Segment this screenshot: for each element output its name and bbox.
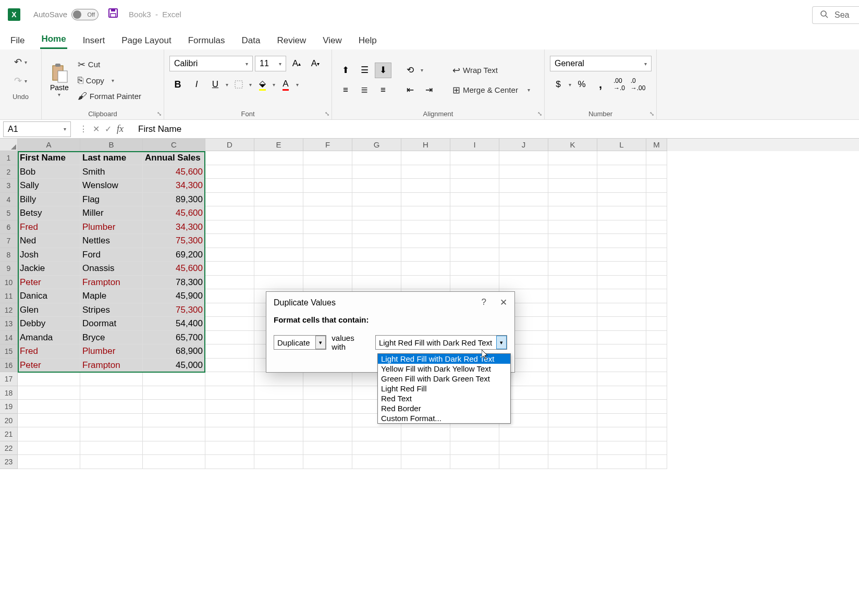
row-header[interactable]: 6 xyxy=(0,220,18,235)
cell[interactable] xyxy=(401,441,450,455)
copy-button[interactable]: ⎘Copy ▾ xyxy=(75,73,144,88)
cell[interactable] xyxy=(646,372,667,386)
cell[interactable] xyxy=(254,427,303,441)
cell[interactable]: Onassis xyxy=(80,262,143,276)
cell[interactable] xyxy=(303,220,352,235)
row-header[interactable]: 19 xyxy=(0,400,18,414)
cell[interactable] xyxy=(205,165,254,179)
name-box[interactable]: A1▾ xyxy=(3,121,71,137)
formula-more-icon[interactable]: ⋮ xyxy=(79,124,88,134)
save-icon[interactable] xyxy=(108,8,118,21)
orientation-icon[interactable]: ⟲ xyxy=(402,63,419,78)
cell[interactable] xyxy=(450,165,499,179)
font-size-select[interactable]: 11▾ xyxy=(255,56,286,71)
cell[interactable] xyxy=(548,234,597,248)
cell[interactable]: Annual Sales xyxy=(143,151,205,165)
cell[interactable] xyxy=(18,427,80,441)
cell[interactable] xyxy=(548,193,597,207)
cell[interactable] xyxy=(548,179,597,193)
cell[interactable] xyxy=(303,427,352,441)
column-header-B[interactable]: B xyxy=(80,139,143,151)
column-header-A[interactable]: A xyxy=(18,139,80,151)
column-header-K[interactable]: K xyxy=(548,139,597,151)
tab-home[interactable]: Home xyxy=(40,31,67,49)
cell[interactable] xyxy=(499,193,548,207)
cell[interactable] xyxy=(303,400,352,414)
cell[interactable]: Sally xyxy=(18,179,80,193)
cell[interactable] xyxy=(352,276,401,290)
increase-decimal-icon[interactable]: .00→.0 xyxy=(611,77,628,92)
cell[interactable] xyxy=(646,386,667,400)
cell[interactable] xyxy=(450,276,499,290)
cell[interactable] xyxy=(205,220,254,235)
cell[interactable]: Bryce xyxy=(80,331,143,345)
cell[interactable] xyxy=(401,455,450,469)
row-header[interactable]: 11 xyxy=(0,289,18,303)
cell[interactable] xyxy=(352,206,401,220)
cell[interactable] xyxy=(597,441,646,455)
tab-data[interactable]: Data xyxy=(241,32,262,49)
cell[interactable] xyxy=(352,179,401,193)
cell[interactable] xyxy=(352,234,401,248)
increase-indent-icon[interactable]: ⇥ xyxy=(421,82,437,98)
cell[interactable] xyxy=(450,427,499,441)
cell[interactable] xyxy=(548,303,597,317)
cell[interactable] xyxy=(352,262,401,276)
cell[interactable] xyxy=(303,248,352,262)
cell[interactable] xyxy=(143,441,205,455)
cell[interactable] xyxy=(597,289,646,303)
cell[interactable] xyxy=(205,386,254,400)
cell[interactable] xyxy=(401,276,450,290)
font-name-select[interactable]: Calibri▾ xyxy=(169,56,253,71)
paste-button[interactable]: Paste ▾ xyxy=(47,60,72,100)
cell[interactable] xyxy=(401,206,450,220)
cell[interactable] xyxy=(254,400,303,414)
cell[interactable] xyxy=(303,234,352,248)
cell[interactable] xyxy=(646,427,667,441)
cell[interactable] xyxy=(303,386,352,400)
cell[interactable] xyxy=(352,248,401,262)
cell[interactable] xyxy=(352,151,401,165)
cell[interactable]: 68,900 xyxy=(143,344,205,359)
accept-formula-icon[interactable]: ✓ xyxy=(105,124,112,134)
cell[interactable] xyxy=(143,386,205,400)
cell[interactable] xyxy=(450,262,499,276)
cell[interactable] xyxy=(254,206,303,220)
cell[interactable] xyxy=(548,441,597,455)
cell[interactable]: Doormat xyxy=(80,317,143,331)
row-header[interactable]: 22 xyxy=(0,441,18,455)
align-center-icon[interactable]: ≣ xyxy=(356,82,373,98)
tab-page-layout[interactable]: Page Layout xyxy=(120,32,172,49)
dropdown-option[interactable]: Red Border xyxy=(378,403,510,413)
cell[interactable] xyxy=(597,165,646,179)
cell[interactable] xyxy=(401,234,450,248)
cell[interactable] xyxy=(254,248,303,262)
cell[interactable] xyxy=(646,344,667,359)
number-format-select[interactable]: General▾ xyxy=(550,56,652,71)
cell[interactable] xyxy=(254,234,303,248)
cell[interactable]: Ned xyxy=(18,234,80,248)
comma-format-icon[interactable]: , xyxy=(592,77,609,92)
dropdown-option[interactable]: Light Red Fill with Dark Red Text xyxy=(378,354,510,364)
cell[interactable] xyxy=(548,220,597,235)
tab-formulas[interactable]: Formulas xyxy=(187,32,226,49)
cell[interactable] xyxy=(597,276,646,290)
cell[interactable] xyxy=(80,441,143,455)
column-header-F[interactable]: F xyxy=(303,139,352,151)
row-header[interactable]: 4 xyxy=(0,193,18,207)
cell[interactable] xyxy=(254,179,303,193)
cell[interactable]: 75,300 xyxy=(143,303,205,317)
cell[interactable] xyxy=(80,400,143,414)
cell[interactable] xyxy=(143,455,205,469)
cell[interactable] xyxy=(548,248,597,262)
row-header[interactable]: 2 xyxy=(0,165,18,179)
tab-review[interactable]: Review xyxy=(276,32,307,49)
cell[interactable] xyxy=(352,220,401,235)
cell[interactable]: Nettles xyxy=(80,234,143,248)
cell[interactable] xyxy=(548,386,597,400)
cell[interactable] xyxy=(646,276,667,290)
cell[interactable] xyxy=(450,248,499,262)
autosave-switch[interactable]: Off xyxy=(71,9,99,20)
row-header[interactable]: 5 xyxy=(0,206,18,220)
autosave-toggle[interactable]: AutoSave Off xyxy=(33,9,99,20)
